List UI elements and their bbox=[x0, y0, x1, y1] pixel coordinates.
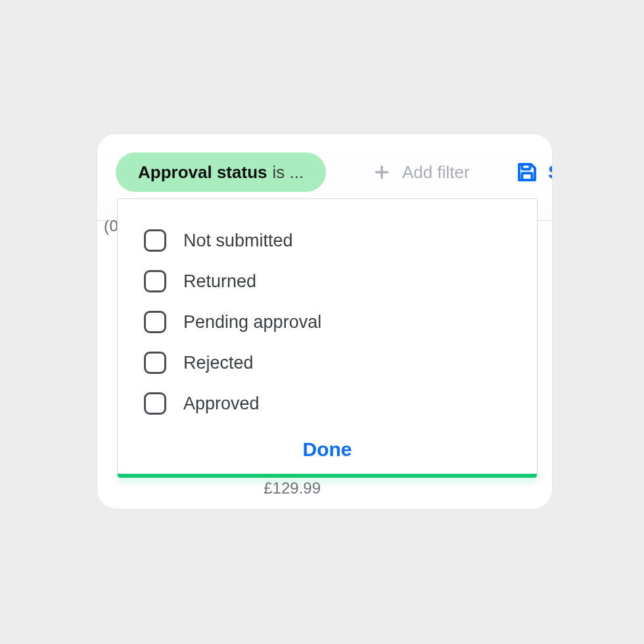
option-approved[interactable]: Approved bbox=[118, 383, 537, 424]
option-label: Rejected bbox=[183, 353, 254, 373]
option-not-submitted[interactable]: Not submitted bbox=[118, 220, 537, 261]
checkbox[interactable] bbox=[144, 270, 166, 292]
save-button[interactable]: S bbox=[515, 152, 552, 192]
option-label: Returned bbox=[183, 271, 256, 292]
add-filter-button[interactable]: Add filter bbox=[373, 152, 470, 192]
option-label: Not submitted bbox=[183, 231, 293, 251]
option-pending-approval[interactable]: Pending approval bbox=[118, 302, 537, 342]
svg-rect-2 bbox=[522, 164, 530, 170]
filter-chip-field: Approval status bbox=[138, 164, 267, 181]
filter-chip-condition: is ... bbox=[273, 164, 304, 181]
done-button[interactable]: Done bbox=[118, 438, 537, 461]
checkbox[interactable] bbox=[144, 229, 166, 252]
option-label: Pending approval bbox=[183, 312, 321, 333]
option-label: Approved bbox=[183, 394, 260, 414]
checkbox[interactable] bbox=[144, 392, 166, 415]
save-label: S bbox=[548, 161, 552, 183]
checkbox[interactable] bbox=[144, 352, 166, 374]
filter-chip-approval-status[interactable]: Approval status is ... bbox=[116, 152, 326, 192]
amount-sub: £129.99 bbox=[183, 479, 321, 497]
filter-dropdown: Not submitted Returned Pending approval … bbox=[117, 198, 538, 474]
svg-rect-3 bbox=[522, 173, 532, 181]
plus-icon bbox=[373, 164, 390, 181]
save-icon bbox=[515, 160, 539, 184]
option-rejected[interactable]: Rejected bbox=[118, 342, 537, 383]
add-filter-label: Add filter bbox=[402, 162, 470, 183]
checkbox[interactable] bbox=[144, 311, 166, 333]
option-returned[interactable]: Returned bbox=[118, 261, 537, 302]
